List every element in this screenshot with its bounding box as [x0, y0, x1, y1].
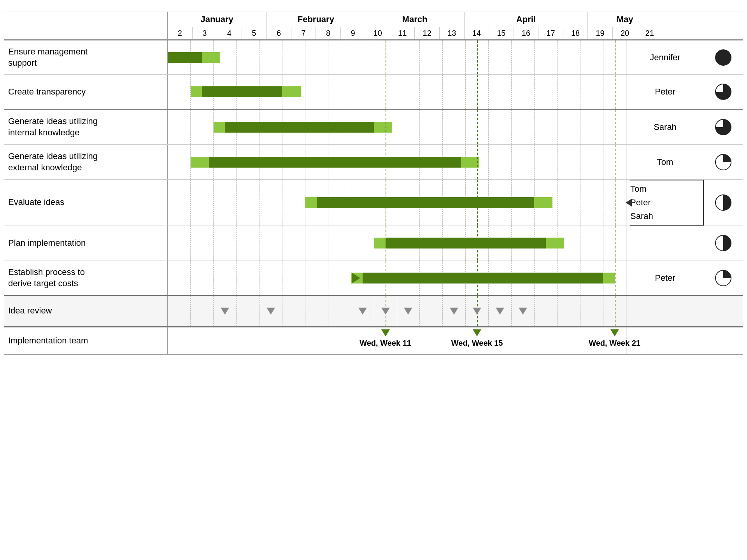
bar-generate-external [191, 157, 479, 168]
bottom-gantt: Wed, Week 11 Wed, Week 15 Wed, Week 21 [168, 327, 626, 354]
grid-col-w20 [580, 110, 603, 144]
grid-col-w18 [535, 110, 558, 144]
grid-col-w20 [580, 226, 603, 261]
grid-col-w19 [558, 180, 580, 226]
grid-col-w18 [535, 296, 558, 326]
grid-col-w5 [237, 261, 260, 295]
triangle-w4 [221, 308, 229, 315]
bar-light-ext [191, 157, 209, 168]
grid-col-w3 [191, 296, 214, 326]
week-12: 12 [415, 27, 440, 39]
bracket-box: TomPeterSarah [630, 180, 704, 226]
grid-col-w2 [168, 75, 191, 109]
row-create-transparency: Create transparency Peter [4, 75, 743, 110]
grid-col-w17 [512, 75, 535, 109]
bracket-names: TomPeterSarah [630, 182, 699, 223]
task-label-create-transparency: Create transparency [4, 75, 168, 109]
grid-col-w2 [168, 226, 191, 261]
gantt-generate-internal [168, 110, 626, 144]
responsible-generate-internal: Sarah [626, 110, 704, 144]
bottom-arrow-11 [381, 329, 390, 336]
grid-col-w3 [191, 226, 214, 261]
gantt-evaluate-ideas [168, 180, 626, 226]
grid-col-w12 [397, 75, 420, 109]
grid-col-w16 [489, 110, 512, 144]
grid-col-w8 [305, 40, 328, 74]
week-3: 3 [193, 27, 217, 39]
grid-col-w5 [237, 40, 260, 74]
grid-lines [168, 40, 626, 74]
responsible-evaluate-ideas: TomPeterSarah [626, 180, 704, 226]
milestone-line-11 [386, 180, 386, 226]
triangle-w11 [381, 308, 390, 315]
grid-col-w13 [420, 296, 443, 326]
bottom-label-21: Wed, Week 21 [589, 338, 640, 347]
grid-col-w13 [420, 110, 443, 144]
week-17: 17 [538, 27, 563, 39]
bar-create-transparency [191, 86, 301, 97]
week-14: 14 [465, 27, 489, 39]
week-10: 10 [365, 27, 390, 39]
grid-col-w9 [328, 75, 351, 109]
grid-col-w9 [328, 226, 351, 261]
bar-establish-process [351, 273, 614, 284]
bar-light2-int [374, 122, 392, 133]
task-label-idea-review: Idea review [4, 296, 168, 326]
grid-col-w9 [328, 40, 351, 74]
milestone-line-15 [477, 180, 478, 226]
task-label-generate-external: Generate ideas utilizingexternal knowled… [4, 145, 168, 179]
bar-light-transp [191, 86, 202, 97]
grid-col-w7 [282, 40, 305, 74]
week-13: 13 [440, 27, 465, 39]
task-label-plan-implementation: Plan implementation [4, 226, 168, 261]
grid-col-w20 [580, 296, 603, 326]
grid-col-w13 [420, 75, 443, 109]
triangle-w6 [267, 308, 275, 315]
grid-col-w18 [535, 40, 558, 74]
milestone-line-15 [477, 75, 478, 109]
gantt-plan-implementation [168, 226, 626, 261]
responsible-create-transparency: Peter [626, 75, 704, 109]
grid-col-w2 [168, 261, 191, 295]
bar-generate-internal [214, 122, 392, 133]
grid-col-w17 [512, 40, 535, 74]
grid-col-w12 [397, 110, 420, 144]
status-generate-internal [704, 110, 743, 144]
grid-col-w5 [237, 226, 260, 261]
month-february: February [267, 12, 365, 27]
phase-header [4, 12, 168, 39]
week-11: 11 [390, 27, 415, 39]
responsible-ensure-management: Jennifer [626, 40, 704, 74]
week-18: 18 [563, 27, 588, 39]
month-april: April [465, 12, 588, 27]
status-ensure-management [704, 40, 743, 74]
grid-col-w4 [214, 261, 237, 295]
milestone-line-21 [615, 261, 615, 295]
grid-col-w8 [305, 226, 328, 261]
bar-dark-ext [209, 157, 461, 168]
grid-col-w8 [305, 261, 328, 295]
milestone-line-21 [615, 40, 615, 74]
grid-col-w9 [328, 296, 351, 326]
grid-col-w6 [260, 226, 282, 261]
bracket-arrow [626, 199, 632, 206]
milestone-line-21 [615, 110, 615, 144]
month-row: January February March April May [168, 12, 662, 27]
row-idea-review: Idea review [4, 296, 743, 327]
milestone-line-21 [615, 75, 615, 109]
task-label-establish-process: Establish process toderive target costs [4, 261, 168, 295]
gantt-chart: January February March April May 2 3 4 5… [4, 12, 743, 355]
bar-dark-eval [317, 197, 535, 208]
grid-col-w3 [191, 261, 214, 295]
grid-col-w2 [168, 110, 191, 144]
milestone-line-11 [386, 261, 386, 295]
milestone-line-15 [477, 226, 478, 261]
milestone-line-21-review [615, 296, 615, 326]
grid-col-w18 [535, 75, 558, 109]
milestone-line-15 [477, 261, 478, 295]
grid-col-w14 [443, 110, 466, 144]
row-plan-implementation: Plan implementation [4, 226, 743, 261]
bar-dark-int [225, 122, 374, 133]
grid-col-w3 [191, 180, 214, 226]
milestone-line-15 [477, 145, 478, 179]
